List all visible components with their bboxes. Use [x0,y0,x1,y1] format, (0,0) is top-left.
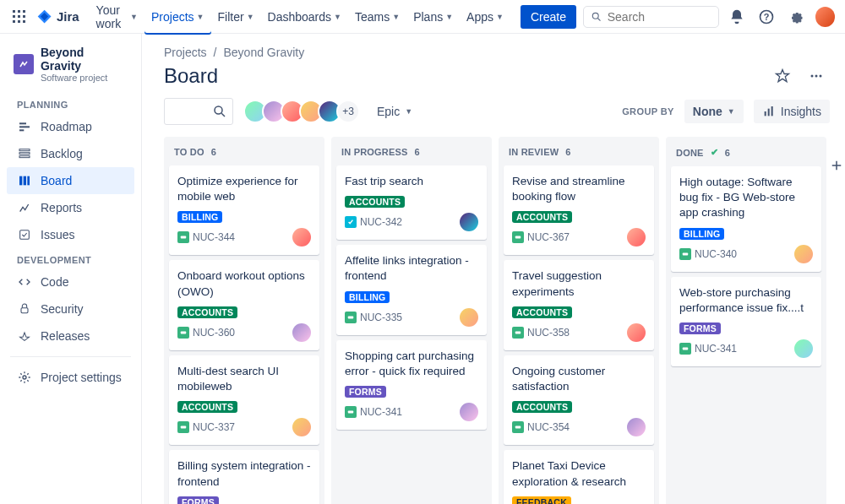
svg-rect-35 [181,331,186,333]
column-header: IN REVIEW6 [504,144,654,165]
issue-type-icon [679,248,691,260]
assignee-filter-avatars[interactable]: +3 [243,100,360,123]
assignee-avatar[interactable] [627,418,646,436]
board-icon [17,173,32,188]
svg-rect-0 [13,10,15,13]
svg-rect-41 [515,236,521,239]
jira-logo[interactable]: Jira [36,8,79,25]
column-title: TO DO [174,147,204,157]
sidebar-item-issues[interactable]: Issues [7,221,134,248]
assignee-avatar[interactable] [292,228,311,247]
sidebar-item-label: Project settings [41,371,122,384]
chart-icon [762,105,776,118]
project-icon [14,54,34,74]
svg-rect-20 [19,176,22,186]
card[interactable]: Travel suggestion experimentsACCOUNTSNUC… [504,260,654,350]
svg-rect-4 [18,15,20,18]
sidebar-item-backlog[interactable]: Backlog [7,140,134,167]
card[interactable]: Revise and streamline booking flowACCOUN… [504,165,654,255]
sidebar-project-settings[interactable]: Project settings [7,364,134,391]
sidebar-item-label: Roadmap [41,120,92,133]
svg-rect-18 [19,153,30,154]
settings-icon[interactable] [784,5,807,29]
sidebar-item-roadmap[interactable]: Roadmap [7,113,134,140]
epic-filter[interactable]: Epic ▼ [370,100,419,123]
svg-point-27 [815,75,818,78]
card[interactable]: Onboard workout options (OWO)ACCOUNTSNUC… [169,260,319,350]
issue-type-icon [679,343,691,355]
assignee-avatar[interactable] [627,323,646,342]
groupby-dropdown[interactable]: None ▼ [684,100,744,123]
sidebar-item-board[interactable]: Board [7,167,134,194]
top-nav: Jira Your work▼Projects▼Filter▼Dashboard… [0,0,845,34]
issues-icon [17,227,32,242]
card[interactable]: Shopping cart purchasing error - quick f… [336,340,487,430]
sidebar-item-label: Releases [41,329,90,343]
global-search[interactable] [583,6,719,28]
nav-item-dashboards[interactable]: Dashboards▼ [261,0,348,35]
column-title: DONE [676,148,704,158]
assignee-avatar[interactable] [460,213,478,231]
nav-item-filter[interactable]: Filter▼ [211,0,261,35]
assignee-avatar[interactable] [794,339,813,358]
card[interactable]: Planet Taxi Device exploration & researc… [504,450,654,504]
notifications-icon[interactable] [726,5,749,29]
issue-type-icon [177,421,189,433]
card[interactable]: Affelite links integration - frontendBIL… [336,245,487,334]
sidebar-item-security[interactable]: Security [7,295,134,322]
profile-avatar[interactable] [815,7,835,27]
card[interactable]: Multi-dest search UI mobilewebACCOUNTSNU… [169,355,319,445]
assignee-avatar[interactable] [794,245,813,263]
assignee-avatar[interactable] [460,308,478,327]
breadcrumb-projects[interactable]: Projects [164,46,207,59]
board-columns: TO DO6Optimize experience for mobile web… [164,137,830,504]
card[interactable]: Optimize experience for mobile webBILLIN… [169,165,319,255]
card[interactable]: Ongoing customer satisfactionACCOUNTSNUC… [504,355,654,445]
svg-rect-45 [683,252,688,255]
more-icon[interactable] [803,62,830,89]
card[interactable]: Billing system integration - frontendFOR… [169,450,319,504]
app-switcher-icon[interactable] [10,7,30,27]
add-column-button[interactable] [826,155,845,176]
card-title: Shopping cart purchasing error - quick f… [345,349,478,379]
card[interactable]: Fast trip searchACCOUNTSNUC-342 [336,165,487,240]
sidebar-item-reports[interactable]: Reports [7,194,134,221]
sidebar-item-releases[interactable]: Releases [7,322,134,350]
assignee-avatar[interactable] [292,418,311,436]
chevron-down-icon: ▼ [130,13,138,21]
column-title: IN REVIEW [509,147,559,157]
card-title: Affelite links integration - frontend [345,253,478,284]
assignee-avatar[interactable] [460,403,478,421]
nav-item-apps[interactable]: Apps▼ [460,0,510,35]
star-icon[interactable] [769,62,796,89]
assignee-avatar[interactable] [292,323,311,342]
chevron-down-icon: ▼ [728,107,735,116]
sidebar-item-code[interactable]: Code [7,268,134,295]
avatar-more[interactable]: +3 [336,100,360,123]
svg-rect-7 [18,20,20,23]
issue-type-icon [512,421,524,433]
chevron-down-icon: ▼ [334,13,341,21]
breadcrumb-project[interactable]: Beyond Gravity [223,46,304,59]
card[interactable]: High outage: Software bug fix - BG Web-s… [671,166,821,272]
nav-item-your-work[interactable]: Your work▼ [90,0,144,35]
help-icon[interactable]: ? [755,5,778,29]
card[interactable]: Web-store purchasing performance issue f… [671,277,821,366]
board-search[interactable] [164,98,233,125]
insights-button[interactable]: Insights [754,100,830,123]
issue-key: NUC-341 [360,406,402,418]
sidebar-item-label: Reports [41,201,82,214]
nav-item-projects[interactable]: Projects▼ [144,0,211,35]
roadmap-icon [17,119,32,134]
svg-rect-2 [23,10,25,13]
create-button[interactable]: Create [521,5,576,29]
global-search-input[interactable] [608,10,711,24]
nav-item-teams[interactable]: Teams▼ [348,0,406,35]
nav-item-plans[interactable]: Plans▼ [406,0,460,35]
issue-type-icon [177,231,189,243]
assignee-avatar[interactable] [627,228,646,247]
svg-point-28 [820,75,822,78]
project-header[interactable]: Beyond Gravity Software project [7,46,134,93]
board-toolbar: +3 Epic ▼ GROUP BY None ▼ Insights [164,98,830,125]
page-title: Board [164,64,218,88]
